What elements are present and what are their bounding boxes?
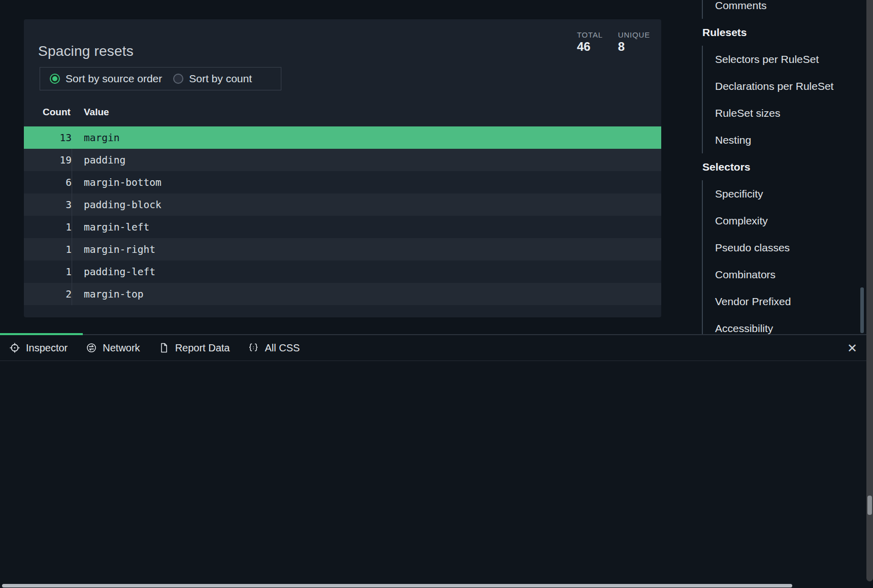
sidebar-item-complexity[interactable]: Complexity [703,207,865,234]
row-value: margin [72,126,661,149]
sort-option-label: Sort by source order [66,73,162,85]
braces-icon [248,342,259,353]
sidebar-item-ruleset-sizes[interactable]: RuleSet sizes [703,100,865,126]
row-count: 1 [24,244,72,255]
spacing-table: 13margin19padding6margin-bottom3padding-… [24,126,661,305]
sidebar-item-vendor-prefixed[interactable]: Vendor Prefixed [703,288,865,315]
tab-label: Report Data [175,342,230,354]
sidebar-item-combinators[interactable]: Combinators [703,261,865,288]
sort-option-sort-by-source-order[interactable]: Sort by source order [44,73,168,85]
page-scrollbar-thumb[interactable] [867,496,872,515]
row-count: 6 [24,177,72,188]
close-icon[interactable]: ✕ [843,339,861,357]
sidebar-item-comments[interactable]: Comments [703,0,865,19]
row-count: 13 [24,132,72,144]
row-value: margin-bottom [72,171,661,193]
sidebar-item-declarations-per-ruleset[interactable]: Declarations per RuleSet [703,73,865,100]
row-count: 3 [24,199,72,211]
value-column-header: Value [84,107,109,118]
stat-value: 8 [618,40,650,54]
table-row[interactable]: 19padding [24,149,661,171]
tab-all-css[interactable]: All CSS [239,335,309,361]
row-value: padding-left [72,260,661,283]
nav-sidebar: CommentsRulesetsSelectors per RuleSetDec… [691,0,865,342]
horizontal-scrollbar-thumb[interactable] [2,584,792,587]
row-count: 1 [24,221,72,233]
sidebar-item-specificity[interactable]: Specificity [703,180,865,207]
row-value: margin-top [72,283,661,305]
sidebar-scrollbar[interactable] [860,287,864,333]
document-icon [158,342,170,353]
radio-selected-icon[interactable] [50,74,60,84]
sort-option-sort-by-count[interactable]: Sort by count [168,73,257,85]
count-column-header: Count [43,107,71,118]
tab-network[interactable]: Network [77,335,149,361]
table-row[interactable]: 6margin-bottom [24,171,661,193]
sidebar-item-nesting[interactable]: Nesting [703,126,865,153]
panel-stats: TOTAL46UNIQUE8 [577,30,650,54]
table-row[interactable]: 13margin [24,126,661,149]
sidebar-group: Selectors per RuleSetDeclarations per Ru… [702,46,865,153]
spacing-resets-panel: Spacing resets TOTAL46UNIQUE8 Sort by so… [24,19,661,317]
table-row[interactable]: 3padding-block [24,193,661,216]
tab-inspector[interactable]: Inspector [0,335,77,361]
stat-value: 46 [577,40,603,54]
stat-unique: UNIQUE8 [618,30,650,54]
sidebar-group: SpecificityComplexityPseudo classesCombi… [702,180,865,342]
row-count: 1 [24,266,72,278]
tab-label: All CSS [265,342,300,354]
tab-label: Network [103,342,140,354]
sort-option-label: Sort by count [189,73,252,85]
stat-label: UNIQUE [618,30,650,39]
app-screen: Spacing resets TOTAL46UNIQUE8 Sort by so… [0,0,873,588]
sidebar-item-pseudo-classes[interactable]: Pseudo classes [703,234,865,261]
stat-total: TOTAL46 [577,30,603,54]
row-count: 19 [24,154,72,166]
table-row[interactable]: 1padding-left [24,260,661,283]
sidebar-item-selectors-per-ruleset[interactable]: Selectors per RuleSet [703,46,865,73]
sync-icon [86,342,97,353]
sidebar-group: Comments [702,0,865,19]
row-value: margin-left [72,216,661,238]
row-value: margin-right [72,238,661,260]
row-value: padding [72,149,661,171]
tab-label: Inspector [26,342,68,354]
bottom-panel: Value Line margin: 087:3margin: 01,207:3… [0,335,873,588]
target-icon [9,342,20,353]
sort-controls: Sort by source orderSort by count [40,67,281,90]
sidebar-section-selectors: Selectors [691,153,865,180]
sidebar-section-rulesets: Rulesets [691,19,865,46]
tab-report-data[interactable]: Report Data [149,335,239,361]
page-scrollbar-track[interactable] [866,0,873,581]
radio-icon[interactable] [173,74,183,84]
table-row[interactable]: 2margin-top [24,283,661,305]
row-value: padding-block [72,193,661,216]
stat-label: TOTAL [577,30,603,39]
panel-title: Spacing resets [38,43,134,59]
bottom-tab-bar: InspectorNetworkReport DataAll CSS [0,335,866,361]
row-count: 2 [24,288,72,300]
table-row[interactable]: 1margin-right [24,238,661,260]
table-header: Count Value [24,102,661,126]
table-row[interactable]: 1margin-left [24,216,661,238]
